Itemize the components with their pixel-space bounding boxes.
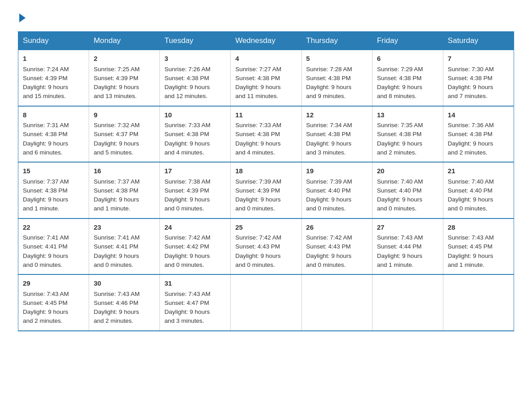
day-info: Sunrise: 7:42 AMSunset: 4:42 PMDaylight:…	[164, 233, 226, 270]
day-number: 7	[448, 54, 509, 64]
day-info: Sunrise: 7:37 AMSunset: 4:38 PMDaylight:…	[94, 177, 155, 214]
day-number: 9	[94, 110, 155, 120]
calendar-cell: 14Sunrise: 7:36 AMSunset: 4:38 PMDayligh…	[443, 106, 514, 163]
day-info: Sunrise: 7:27 AMSunset: 4:38 PMDaylight:…	[235, 65, 296, 101]
day-info: Sunrise: 7:36 AMSunset: 4:38 PMDaylight:…	[448, 121, 509, 157]
day-number: 8	[23, 110, 84, 120]
calendar-cell: 20Sunrise: 7:40 AMSunset: 4:40 PMDayligh…	[372, 162, 443, 218]
calendar-cell: 23Sunrise: 7:41 AMSunset: 4:41 PMDayligh…	[89, 218, 160, 275]
day-number: 5	[306, 54, 368, 64]
calendar-cell: 7Sunrise: 7:30 AMSunset: 4:38 PMDaylight…	[443, 50, 514, 106]
day-number: 16	[94, 166, 155, 176]
day-number: 26	[306, 223, 368, 233]
calendar-cell: 15Sunrise: 7:37 AMSunset: 4:38 PMDayligh…	[18, 162, 89, 218]
day-info: Sunrise: 7:43 AMSunset: 4:46 PMDaylight:…	[94, 290, 155, 326]
day-info: Sunrise: 7:38 AMSunset: 4:39 PMDaylight:…	[164, 177, 226, 214]
calendar-cell: 13Sunrise: 7:35 AMSunset: 4:38 PMDayligh…	[372, 106, 443, 163]
day-info: Sunrise: 7:32 AMSunset: 4:37 PMDaylight:…	[94, 121, 155, 157]
calendar-cell: 25Sunrise: 7:42 AMSunset: 4:43 PMDayligh…	[231, 218, 301, 275]
day-number: 17	[164, 166, 226, 176]
day-info: Sunrise: 7:28 AMSunset: 4:38 PMDaylight:…	[306, 65, 368, 101]
calendar-cell: 30Sunrise: 7:43 AMSunset: 4:46 PMDayligh…	[89, 274, 160, 331]
day-number: 19	[306, 166, 368, 176]
day-number: 28	[448, 223, 509, 233]
calendar-cell: 12Sunrise: 7:34 AMSunset: 4:38 PMDayligh…	[301, 106, 372, 163]
day-number: 29	[23, 278, 84, 289]
day-info: Sunrise: 7:40 AMSunset: 4:40 PMDaylight:…	[377, 177, 438, 214]
logo-triangle-icon	[19, 13, 26, 22]
day-number: 31	[164, 278, 226, 289]
header-thursday: Thursday	[301, 32, 372, 50]
day-info: Sunrise: 7:34 AMSunset: 4:38 PMDaylight:…	[306, 121, 368, 157]
day-info: Sunrise: 7:43 AMSunset: 4:47 PMDaylight:…	[164, 290, 226, 326]
calendar-cell: 6Sunrise: 7:29 AMSunset: 4:38 PMDaylight…	[372, 50, 443, 106]
calendar-cell: 11Sunrise: 7:33 AMSunset: 4:38 PMDayligh…	[231, 106, 301, 163]
calendar-week-3: 15Sunrise: 7:37 AMSunset: 4:38 PMDayligh…	[18, 162, 514, 218]
day-number: 13	[377, 110, 438, 120]
header-monday: Monday	[89, 32, 160, 50]
calendar-cell	[372, 274, 443, 331]
calendar-cell: 18Sunrise: 7:39 AMSunset: 4:39 PMDayligh…	[231, 162, 301, 218]
day-info: Sunrise: 7:43 AMSunset: 4:45 PMDaylight:…	[448, 233, 509, 270]
day-number: 10	[164, 110, 226, 120]
header-sunday: Sunday	[18, 32, 89, 50]
calendar-week-2: 8Sunrise: 7:31 AMSunset: 4:38 PMDaylight…	[18, 106, 514, 163]
day-number: 12	[306, 110, 368, 120]
calendar-table: SundayMondayTuesdayWednesdayThursdayFrid…	[18, 31, 514, 331]
day-info: Sunrise: 7:37 AMSunset: 4:38 PMDaylight:…	[23, 177, 84, 214]
day-info: Sunrise: 7:43 AMSunset: 4:45 PMDaylight:…	[23, 290, 84, 326]
calendar-cell: 16Sunrise: 7:37 AMSunset: 4:38 PMDayligh…	[89, 162, 160, 218]
day-number: 18	[235, 166, 296, 176]
calendar-week-4: 22Sunrise: 7:41 AMSunset: 4:41 PMDayligh…	[18, 218, 514, 275]
day-info: Sunrise: 7:24 AMSunset: 4:39 PMDaylight:…	[23, 65, 84, 101]
day-info: Sunrise: 7:33 AMSunset: 4:38 PMDaylight:…	[235, 121, 296, 157]
header-wednesday: Wednesday	[231, 32, 301, 50]
day-number: 1	[23, 54, 84, 64]
header-tuesday: Tuesday	[160, 32, 231, 50]
calendar-cell: 3Sunrise: 7:26 AMSunset: 4:38 PMDaylight…	[160, 50, 231, 106]
calendar-cell: 4Sunrise: 7:27 AMSunset: 4:38 PMDaylight…	[231, 50, 301, 106]
day-info: Sunrise: 7:31 AMSunset: 4:38 PMDaylight:…	[23, 121, 84, 157]
day-info: Sunrise: 7:35 AMSunset: 4:38 PMDaylight:…	[377, 121, 438, 157]
calendar-cell	[301, 274, 372, 331]
day-number: 27	[377, 223, 438, 233]
calendar-cell: 19Sunrise: 7:39 AMSunset: 4:40 PMDayligh…	[301, 162, 372, 218]
calendar-cell: 27Sunrise: 7:43 AMSunset: 4:44 PMDayligh…	[372, 218, 443, 275]
calendar-cell: 31Sunrise: 7:43 AMSunset: 4:47 PMDayligh…	[160, 274, 231, 331]
day-info: Sunrise: 7:29 AMSunset: 4:38 PMDaylight:…	[377, 65, 438, 101]
logo	[18, 13, 26, 22]
day-info: Sunrise: 7:33 AMSunset: 4:38 PMDaylight:…	[164, 121, 226, 157]
day-info: Sunrise: 7:42 AMSunset: 4:43 PMDaylight:…	[306, 233, 368, 270]
day-number: 4	[235, 54, 296, 64]
day-number: 14	[448, 110, 509, 120]
calendar-cell: 28Sunrise: 7:43 AMSunset: 4:45 PMDayligh…	[443, 218, 514, 275]
calendar-cell: 8Sunrise: 7:31 AMSunset: 4:38 PMDaylight…	[18, 106, 89, 163]
header-saturday: Saturday	[443, 32, 514, 50]
day-number: 11	[235, 110, 296, 120]
day-number: 24	[164, 223, 226, 233]
calendar-cell: 22Sunrise: 7:41 AMSunset: 4:41 PMDayligh…	[18, 218, 89, 275]
day-number: 23	[94, 223, 155, 233]
day-info: Sunrise: 7:39 AMSunset: 4:39 PMDaylight:…	[235, 177, 296, 214]
calendar-cell: 17Sunrise: 7:38 AMSunset: 4:39 PMDayligh…	[160, 162, 231, 218]
calendar-cell: 5Sunrise: 7:28 AMSunset: 4:38 PMDaylight…	[301, 50, 372, 106]
day-info: Sunrise: 7:43 AMSunset: 4:44 PMDaylight:…	[377, 233, 438, 270]
calendar-cell: 29Sunrise: 7:43 AMSunset: 4:45 PMDayligh…	[18, 274, 89, 331]
header-friday: Friday	[372, 32, 443, 50]
calendar-cell: 24Sunrise: 7:42 AMSunset: 4:42 PMDayligh…	[160, 218, 231, 275]
calendar-cell: 10Sunrise: 7:33 AMSunset: 4:38 PMDayligh…	[160, 106, 231, 163]
day-info: Sunrise: 7:26 AMSunset: 4:38 PMDaylight:…	[164, 65, 226, 101]
day-number: 2	[94, 54, 155, 64]
calendar-cell: 2Sunrise: 7:25 AMSunset: 4:39 PMDaylight…	[89, 50, 160, 106]
logo-blue-text	[18, 13, 26, 22]
day-info: Sunrise: 7:41 AMSunset: 4:41 PMDaylight:…	[23, 233, 84, 270]
calendar-cell: 21Sunrise: 7:40 AMSunset: 4:40 PMDayligh…	[443, 162, 514, 218]
day-number: 22	[23, 223, 84, 233]
calendar-cell: 26Sunrise: 7:42 AMSunset: 4:43 PMDayligh…	[301, 218, 372, 275]
day-info: Sunrise: 7:42 AMSunset: 4:43 PMDaylight:…	[235, 233, 296, 270]
calendar-cell: 1Sunrise: 7:24 AMSunset: 4:39 PMDaylight…	[18, 50, 89, 106]
day-number: 20	[377, 166, 438, 176]
day-number: 6	[377, 54, 438, 64]
day-number: 21	[448, 166, 509, 176]
calendar-header-row: SundayMondayTuesdayWednesdayThursdayFrid…	[18, 32, 514, 50]
